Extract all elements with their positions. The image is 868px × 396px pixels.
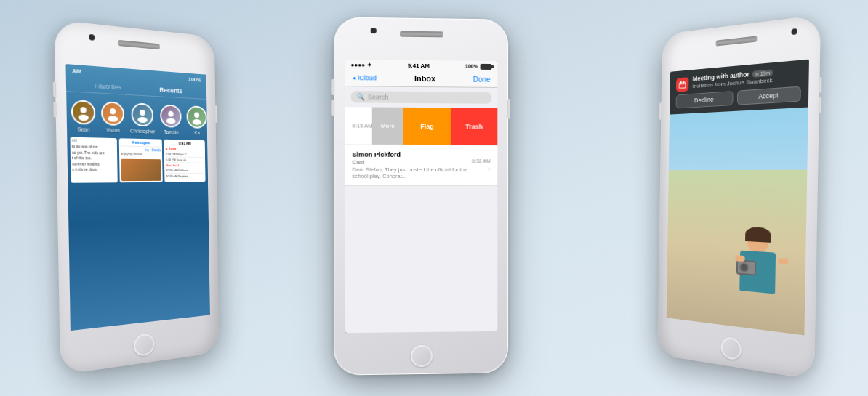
volume-down-button-mid[interactable]: [331, 100, 334, 116]
power-button[interactable]: [214, 105, 217, 123]
svg-rect-12: [680, 81, 681, 84]
volume-up-button-mid[interactable]: [331, 79, 334, 95]
svg-point-1: [78, 114, 89, 121]
contact-vivian[interactable]: Vivian: [101, 101, 124, 133]
avatar-christopher: [131, 102, 153, 126]
calendar-icon: [676, 77, 689, 92]
phone-left: AM 100% Favorites Recents: [54, 20, 219, 375]
mail-time-partial: 8:15 AM: [353, 122, 373, 129]
svg-point-8: [194, 112, 199, 118]
power-button-right[interactable]: [659, 102, 662, 120]
svg-point-7: [166, 118, 176, 124]
search-icon: 🔍: [357, 93, 365, 100]
inbox-title: Inbox: [414, 74, 435, 83]
volume-up-button-right[interactable]: [819, 77, 822, 93]
svg-rect-13: [683, 81, 684, 83]
swipe-action-trash[interactable]: Trash: [451, 108, 497, 145]
battery-percent: 100%: [465, 64, 478, 69]
mini-screen-messages: Messages Ivy · Details enjoying herself.: [118, 138, 163, 182]
svg-point-2: [110, 108, 116, 115]
contact-name-sean: Sean: [78, 126, 90, 132]
left-screen-content: AM 100% Favorites Recents: [65, 64, 209, 331]
contact-christopher[interactable]: Christopher: [129, 102, 155, 134]
svg-point-4: [140, 110, 145, 116]
phone-middle: ●●●● ✦ 9:41 AM 100% ◂ iCloud Inbox Done: [334, 17, 508, 375]
front-camera: [89, 34, 95, 41]
contact-name-christopher: Christopher: [130, 128, 155, 134]
swipe-action-more[interactable]: More: [372, 108, 403, 145]
svg-point-0: [80, 107, 86, 113]
contact-name-ka: Ka: [194, 130, 200, 135]
mail-app: ●●●● ✦ 9:41 AM 100% ◂ iCloud Inbox Done: [345, 60, 497, 333]
contact-sean[interactable]: Sean: [71, 100, 96, 132]
svg-point-3: [108, 116, 118, 122]
mail-preview: Dear Stefan, They just posted the offici…: [353, 166, 472, 179]
mail-subject: Cast: [353, 159, 472, 166]
status-time: 9:41 AM: [408, 62, 430, 69]
mail-swipe-row: 8:15 AM › More Flag Trash: [345, 107, 497, 145]
girl-silhouette: [728, 225, 795, 334]
front-camera-mid: [371, 28, 377, 33]
home-button-right[interactable]: [720, 336, 742, 361]
speaker: [118, 40, 159, 49]
mail-row-content: Simon Pickford Cast Dear Stefan, They ju…: [353, 151, 472, 179]
mail-sender: Simon Pickford: [353, 151, 472, 159]
avatar-sean: [71, 100, 96, 125]
recents-contacts-row: Sean Vivian: [66, 92, 207, 138]
svg-point-5: [137, 117, 147, 124]
mini-screen-notes: AM to be one of ouras yet. The kids aret…: [70, 137, 117, 183]
contact-name-tamsin: Tamsin: [164, 129, 178, 134]
done-button[interactable]: Done: [473, 75, 491, 83]
home-button-left[interactable]: [134, 333, 155, 357]
right-screen-content: Meeting with author in 19m Invitation fr…: [667, 60, 809, 336]
search-bar[interactable]: 🔍 Search: [351, 91, 492, 104]
front-camera-right: [791, 28, 797, 35]
contact-name-vivian: Vivian: [106, 127, 120, 133]
tab-recents[interactable]: Recents: [159, 86, 182, 95]
volume-up-button[interactable]: [53, 81, 57, 97]
battery-icon: [481, 63, 492, 69]
contact-ka[interactable]: Ka: [187, 105, 208, 135]
volume-down-button-right[interactable]: [819, 97, 822, 113]
speaker-right: [716, 36, 758, 46]
mail-time: 8:32 AM: [472, 158, 490, 163]
mail-meta: 8:32 AM ›: [472, 158, 490, 173]
back-button[interactable]: ◂ iCloud: [353, 74, 377, 81]
avatar-tamsin: [160, 104, 182, 128]
svg-point-6: [168, 111, 173, 117]
phones-container: AM 100% Favorites Recents: [0, 0, 868, 396]
svg-line-11: [679, 84, 686, 84]
decline-button[interactable]: Decline: [676, 91, 734, 109]
home-button-middle[interactable]: [411, 345, 433, 367]
facetime-app: Meeting with author in 19m Invitation fr…: [667, 60, 809, 336]
left-battery: 100%: [188, 76, 201, 84]
svg-rect-10: [679, 82, 686, 88]
phone-screen-right: Meeting with author in 19m Invitation fr…: [667, 60, 809, 336]
svg-point-9: [193, 119, 201, 125]
volume-down-button[interactable]: [53, 102, 57, 118]
calendar-notification: Meeting with author in 19m Invitation fr…: [670, 60, 809, 115]
tab-favorites[interactable]: Favorites: [95, 82, 121, 92]
notification-text: Meeting with author in 19m Invitation fr…: [692, 66, 801, 89]
middle-screen-content: ●●●● ✦ 9:41 AM 100% ◂ iCloud Inbox Done: [345, 60, 497, 333]
mail-nav-bar: ◂ iCloud Inbox Done: [345, 70, 497, 88]
phone-right: Meeting with author in 19m Invitation fr…: [657, 15, 821, 380]
phone-screen-left: AM 100% Favorites Recents: [65, 64, 209, 331]
speaker-mid: [400, 31, 443, 38]
signal-indicator: ●●●● ✦: [351, 62, 372, 68]
power-button-mid[interactable]: [507, 99, 510, 119]
avatar-vivian: [101, 101, 124, 126]
phone-screen-middle: ●●●● ✦ 9:41 AM 100% ◂ iCloud Inbox Done: [345, 60, 497, 333]
mini-screen-calendar: 9:41 AM ◂ June 2:00 PM Riley's P 6:00 PM…: [164, 140, 206, 182]
status-right: 100%: [465, 63, 492, 69]
mail-time-label: 8:15 AM: [353, 122, 373, 129]
search-placeholder: Search: [368, 93, 389, 100]
avatar-ka: [187, 105, 207, 129]
left-time: AM: [72, 68, 81, 75]
contact-tamsin[interactable]: Tamsin: [160, 104, 182, 134]
swipe-action-flag[interactable]: Flag: [403, 108, 451, 145]
left-app-phone: AM 100% Favorites Recents: [65, 64, 209, 331]
accept-button[interactable]: Accept: [737, 86, 801, 105]
chevron-icon: ›: [488, 165, 490, 173]
mail-row-simon[interactable]: Simon Pickford Cast Dear Stefan, They ju…: [345, 145, 497, 187]
